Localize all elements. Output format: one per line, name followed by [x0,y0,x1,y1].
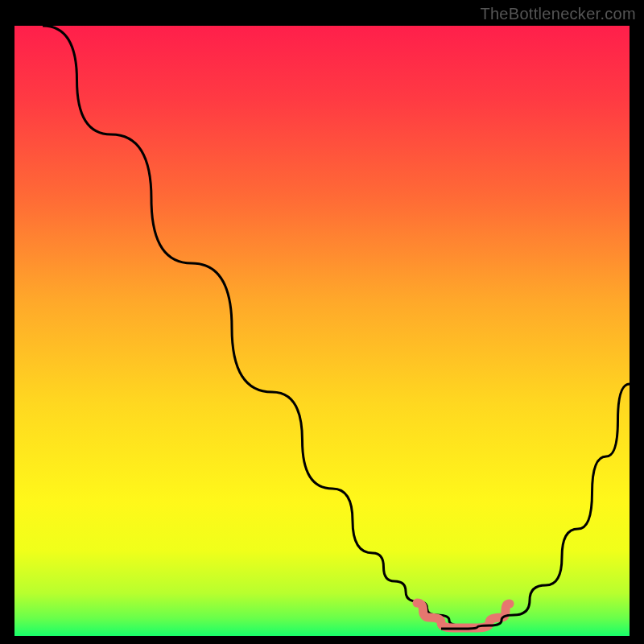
chart-container: TheBottlenecker.com [0,0,644,644]
chart-plot [14,26,630,636]
gradient-fill [14,26,630,636]
site-brand: TheBottlenecker.com [480,5,636,23]
